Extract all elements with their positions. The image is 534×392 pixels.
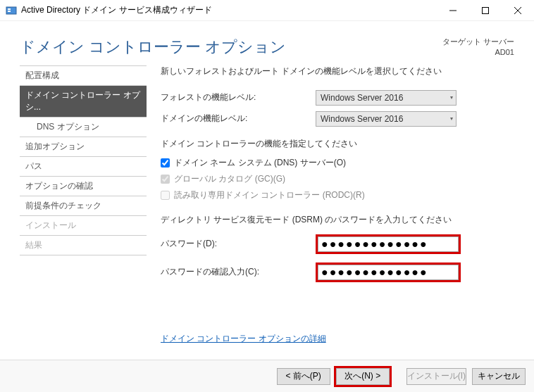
gc-checkbox-row: グローバル カタログ (GC)(G) — [161, 173, 513, 185]
forest-level-value: Windows Server 2016 — [321, 93, 403, 103]
password-label: パスワード(D): — [161, 238, 316, 250]
page-header: ドメイン コントローラー オプション ターゲット サーバー AD01 — [0, 21, 534, 65]
sidebar-item-install: インストール — [20, 215, 147, 235]
window-controls — [437, 0, 534, 21]
next-button[interactable]: 次へ(N) > — [336, 368, 390, 385]
chevron-down-icon: ▾ — [450, 94, 453, 101]
target-server-info: ターゲット サーバー AD01 — [442, 37, 514, 58]
maximize-button[interactable] — [469, 0, 502, 21]
confirm-password-input[interactable] — [318, 265, 459, 280]
rodc-checkbox-label: 読み取り専用ドメイン コントローラー (RODC)(R) — [174, 189, 365, 201]
sidebar-item-dc-options[interactable]: ドメイン コントローラー オプシ... — [20, 85, 147, 117]
target-server-label: ターゲット サーバー — [442, 37, 514, 47]
gc-checkbox-label: グローバル カタログ (GC)(G) — [174, 173, 285, 185]
chevron-down-icon: ▾ — [450, 115, 453, 122]
password-input[interactable] — [318, 236, 459, 252]
dns-checkbox-label: ドメイン ネーム システム (DNS) サーバー(O) — [174, 157, 346, 169]
domain-level-label: ドメインの機能レベル: — [161, 113, 316, 125]
dns-checkbox[interactable] — [161, 158, 170, 167]
minimize-button[interactable] — [437, 0, 469, 21]
gc-checkbox — [161, 175, 170, 184]
sidebar-item-dns-options[interactable]: DNS オプション — [20, 117, 147, 137]
dns-checkbox-row: ドメイン ネーム システム (DNS) サーバー(O) — [161, 157, 513, 169]
sidebar-item-results: 結果 — [20, 235, 147, 255]
app-icon — [6, 5, 17, 16]
password-highlight — [316, 234, 461, 254]
domain-level-row: ドメインの機能レベル: Windows Server 2016 ▾ — [161, 111, 513, 127]
sidebar-nav: 配置構成 ドメイン コントローラー オプシ... DNS オプション 追加オプシ… — [20, 65, 147, 345]
sidebar-item-prereq[interactable]: 前提条件のチェック — [20, 196, 147, 215]
install-button: インストール(I) — [406, 368, 466, 385]
cancel-button[interactable]: キャンセル — [472, 368, 526, 385]
dsrm-instruction: ディレクトリ サービス復元モード (DSRM) のパスワードを入力してください — [161, 214, 513, 226]
content-area: 配置構成 ドメイン コントローラー オプシ... DNS オプション 追加オプシ… — [0, 65, 534, 345]
sidebar-item-paths[interactable]: パス — [20, 156, 147, 176]
footer-bar: < 前へ(P) 次へ(N) > インストール(I) キャンセル — [0, 360, 534, 392]
sidebar-item-additional[interactable]: 追加オプション — [20, 137, 147, 156]
forest-level-row: フォレストの機能レベル: Windows Server 2016 ▾ — [161, 90, 513, 106]
titlebar: Active Directory ドメイン サービス構成ウィザード — [0, 0, 534, 21]
svg-rect-1 — [8, 8, 11, 10]
forest-instruction: 新しいフォレストおよびルート ドメインの機能レベルを選択してください — [161, 65, 513, 77]
prev-button[interactable]: < 前へ(P) — [277, 368, 330, 385]
rodc-checkbox-row: 読み取り専用ドメイン コントローラー (RODC)(R) — [161, 189, 513, 201]
forest-level-label: フォレストの機能レベル: — [161, 91, 316, 103]
confirm-password-row: パスワードの確認入力(C): — [161, 263, 513, 282]
close-button[interactable] — [502, 0, 534, 21]
more-info-link[interactable]: ドメイン コントローラー オプションの詳細 — [161, 333, 326, 345]
svg-rect-4 — [483, 8, 489, 14]
domain-level-value: Windows Server 2016 — [321, 114, 403, 124]
svg-rect-2 — [8, 11, 11, 12]
capabilities-instruction: ドメイン コントローラーの機能を指定してください — [161, 138, 513, 150]
domain-level-dropdown[interactable]: Windows Server 2016 ▾ — [316, 111, 457, 127]
forest-level-dropdown[interactable]: Windows Server 2016 ▾ — [316, 90, 457, 106]
rodc-checkbox — [161, 191, 170, 200]
sidebar-item-review[interactable]: オプションの確認 — [20, 176, 147, 196]
target-server-value: AD01 — [442, 47, 514, 58]
page-title: ドメイン コントローラー オプション — [20, 37, 286, 58]
main-panel: 新しいフォレストおよびルート ドメインの機能レベルを選択してください フォレスト… — [147, 65, 534, 345]
confirm-password-label: パスワードの確認入力(C): — [161, 266, 316, 278]
sidebar-item-deployment[interactable]: 配置構成 — [20, 65, 147, 85]
confirm-password-highlight — [316, 263, 461, 282]
window-title: Active Directory ドメイン サービス構成ウィザード — [21, 4, 212, 16]
password-row: パスワード(D): — [161, 234, 513, 254]
